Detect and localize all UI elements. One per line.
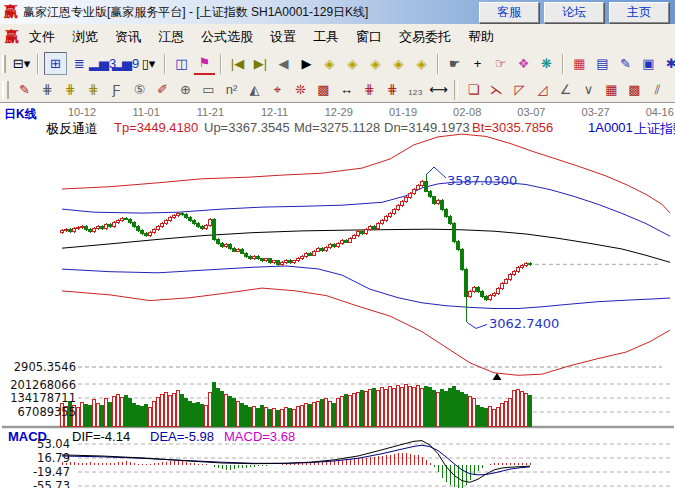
filled-grid-icon[interactable]: ▩ bbox=[624, 79, 645, 100]
gann-grid-box-icon[interactable]: ◿ bbox=[532, 79, 553, 100]
kline-period-selector[interactable]: ⊟▾ bbox=[11, 53, 32, 74]
shen-ruler-icon[interactable]: ⋕ bbox=[359, 79, 380, 100]
trough-pointer bbox=[467, 322, 487, 328]
peak-price-label: 3587.0300 bbox=[447, 173, 517, 188]
bars-9-icon[interactable]: ▂▅9 bbox=[115, 53, 136, 74]
red-grid-icon[interactable]: ▦ bbox=[601, 79, 622, 100]
indicator-window-icon[interactable]: ◫ bbox=[171, 53, 192, 74]
toolbar-grip[interactable] bbox=[2, 55, 6, 73]
menu-item-settings[interactable]: 设置 bbox=[270, 28, 296, 46]
notes-icon[interactable]: ✎ bbox=[615, 53, 636, 74]
zigzag-icon[interactable]: ∨ bbox=[578, 79, 599, 100]
menu-item-news[interactable]: 资讯 bbox=[115, 28, 141, 46]
date-tick: 11-01 bbox=[126, 106, 166, 118]
color-flag-chart-icon[interactable]: ⚑ bbox=[194, 52, 215, 75]
macd-axis-label-4: -55.73 bbox=[0, 479, 70, 488]
zoom-prev-diamond-icon[interactable]: ◈ bbox=[319, 53, 340, 74]
box-tool-icon[interactable]: ❏ bbox=[463, 79, 484, 100]
channel-bt bbox=[62, 288, 670, 375]
menu-item-window[interactable]: 窗口 bbox=[356, 28, 382, 46]
bars-3-icon[interactable]: ▂▅3 bbox=[92, 53, 113, 74]
pink-pattern-tool-icon[interactable]: ❖ bbox=[513, 53, 534, 74]
tab-daily-kline[interactable]: 日K线 bbox=[4, 106, 37, 123]
date-tick: 12-29 bbox=[319, 106, 359, 118]
gold-ruler2-icon[interactable]: ⋕ bbox=[83, 79, 104, 100]
teal-network-icon[interactable]: ❋ bbox=[536, 53, 557, 74]
channel-tp bbox=[62, 134, 670, 213]
date-tick: 03-27 bbox=[576, 106, 616, 118]
date-tick: 11-21 bbox=[190, 106, 230, 118]
calculator-icon[interactable]: ▤ bbox=[592, 53, 613, 74]
peak-pointer bbox=[426, 167, 446, 178]
window-title: 赢家江恩专业版[赢家服务平台] - [上证指数 SH1A0001-129日K线] bbox=[23, 4, 368, 21]
h-measure-icon[interactable]: ⟷ bbox=[428, 79, 449, 100]
menu-item-file[interactable]: 文件 bbox=[29, 28, 55, 46]
calendar-icon[interactable]: ▦ bbox=[569, 53, 590, 74]
toolbar-separator bbox=[437, 54, 439, 74]
menu-item-tools[interactable]: 工具 bbox=[313, 28, 339, 46]
spiderweb-icon[interactable]: ❊ bbox=[290, 79, 311, 100]
zoom-range-diamond-icon[interactable]: ◈ bbox=[342, 53, 363, 74]
go-last-icon[interactable]: ▶| bbox=[250, 53, 271, 74]
angle-lines-icon[interactable]: ∠ bbox=[555, 79, 576, 100]
save-icon[interactable]: ▣ bbox=[638, 53, 659, 74]
title-buttons: 客服 论坛 主页 bbox=[479, 2, 675, 23]
gann-fan-box-icon[interactable]: ◸ bbox=[509, 79, 530, 100]
circle5-ruler-icon[interactable]: ⑤ bbox=[129, 79, 150, 100]
menu-items: 文件浏览资讯江恩公式选股设置工具窗口交易委托帮助 bbox=[29, 28, 511, 46]
mirror-icon[interactable]: ◭ bbox=[244, 79, 265, 100]
forum-button[interactable]: 论坛 bbox=[544, 2, 604, 23]
toolbar-separator bbox=[562, 54, 564, 74]
pointer-query-icon[interactable]: ☞ bbox=[490, 53, 511, 74]
menu-item-gann[interactable]: 江恩 bbox=[158, 28, 184, 46]
homepage-button[interactable]: 主页 bbox=[609, 2, 669, 23]
candle-style-selector[interactable]: ▯▾ bbox=[138, 53, 159, 74]
indicator-value-md: Md=3275.1128 bbox=[294, 120, 380, 135]
ruler-icon[interactable]: ⋕ bbox=[37, 79, 58, 100]
macd-dea-value: DEA=-5.98 bbox=[150, 429, 214, 444]
price-axis-label: 2905.3546 bbox=[2, 360, 76, 374]
cycle-circle-icon[interactable]: ⊕ bbox=[175, 79, 196, 100]
prev-icon[interactable]: ◀ bbox=[273, 53, 294, 74]
menu-item-browse[interactable]: 浏览 bbox=[72, 28, 98, 46]
volume-axis-label-2: 134178711 bbox=[2, 391, 76, 405]
channel-dn bbox=[62, 266, 670, 309]
parallel-lines-icon[interactable]: ⫽ bbox=[647, 79, 668, 100]
hand-tool-icon[interactable]: ☛ bbox=[444, 53, 465, 74]
crosshair-tool-icon[interactable]: + bbox=[467, 53, 488, 74]
date-tick: 10-12 bbox=[62, 106, 102, 118]
knife-ruler-icon[interactable]: ✐ bbox=[152, 79, 173, 100]
menu-bar: 赢 文件浏览资讯江恩公式选股设置工具窗口交易委托帮助 bbox=[0, 24, 675, 51]
zoom-in-diamond-icon[interactable]: ◈ bbox=[365, 53, 386, 74]
menu-item-trade-order[interactable]: 交易委托 bbox=[399, 28, 451, 46]
info-list-icon[interactable]: ≣ bbox=[69, 53, 90, 74]
ruler-123-icon[interactable]: ₁₂₃ bbox=[405, 79, 426, 100]
menu-item-help[interactable]: 帮助 bbox=[468, 28, 494, 46]
menu-item-formula-stock-pick[interactable]: 公式选股 bbox=[201, 28, 253, 46]
zoom-out-diamond-icon[interactable]: ◈ bbox=[411, 53, 432, 74]
go-first-icon[interactable]: |◀ bbox=[227, 53, 248, 74]
plain-ruler-icon[interactable]: ▭ bbox=[198, 79, 219, 100]
date-tick: 03-07 bbox=[511, 106, 551, 118]
symbol-code: 1A0001 bbox=[588, 120, 633, 135]
ying-ruler-icon[interactable]: ⋕ bbox=[382, 79, 403, 100]
target-icon[interactable]: ⌖ bbox=[267, 79, 288, 100]
indicator-value-up: Up=3367.3545 bbox=[204, 120, 290, 135]
next-icon[interactable]: ▶ bbox=[296, 53, 317, 74]
zoom-all-diamond-icon[interactable]: ◈ bbox=[388, 53, 409, 74]
v-measure-icon[interactable]: ↔ bbox=[336, 79, 357, 100]
macd-axis-label-2: 16.79 bbox=[0, 451, 70, 465]
gold-ruler-icon[interactable]: ⋕ bbox=[60, 79, 81, 100]
f-ruler-icon[interactable]: Ƒ bbox=[106, 79, 127, 100]
draw-pencil-icon[interactable]: ✎ bbox=[14, 79, 35, 100]
volume-layer bbox=[61, 382, 532, 426]
tools-more-icon[interactable]: ✱ bbox=[661, 53, 675, 74]
gridlines-layer bbox=[2, 264, 674, 486]
toolbar-grip[interactable] bbox=[2, 81, 9, 99]
n-squared-icon[interactable]: n² bbox=[221, 79, 242, 100]
gann-fan-icon[interactable]: ⋋ bbox=[486, 79, 507, 100]
macd-lines-layer bbox=[62, 441, 530, 483]
pattern-window-icon[interactable]: ⊞ bbox=[44, 52, 67, 75]
square-web-icon[interactable]: ▩ bbox=[313, 79, 334, 100]
customer-service-button[interactable]: 客服 bbox=[479, 2, 539, 23]
